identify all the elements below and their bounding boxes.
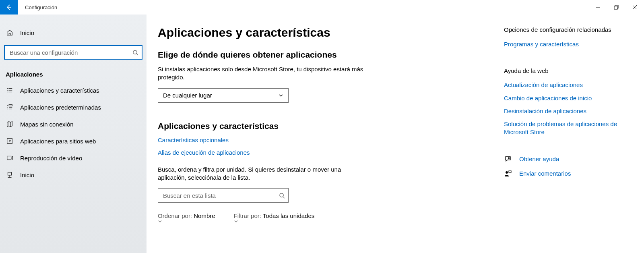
sidebar-item-label: Aplicaciones para sitios web xyxy=(20,138,96,145)
svg-rect-15 xyxy=(9,105,12,106)
sidebar-item-label: Mapas sin conexión xyxy=(20,121,74,128)
list-search[interactable] xyxy=(158,188,289,203)
sidebar-item-apps-for-websites[interactable]: Aplicaciones para sitios web xyxy=(0,133,147,149)
execution-alias-link[interactable]: Alias de ejecución de aplicaciones xyxy=(158,149,496,156)
svg-line-5 xyxy=(136,54,138,55)
sidebar-item-label: Aplicaciones y características xyxy=(20,87,99,94)
svg-point-25 xyxy=(508,157,510,159)
sort-dropdown[interactable]: Ordenar por: Nombre xyxy=(158,212,218,224)
sidebar-item-offline-maps[interactable]: Mapas sin conexión xyxy=(0,116,147,133)
web-help-link[interactable]: Solución de problemas de aplicaciones de… xyxy=(504,120,625,137)
titlebar: Configuración xyxy=(0,0,644,15)
programs-features-link[interactable]: Programas y características xyxy=(504,40,625,48)
get-help-label: Obtener ayuda xyxy=(519,156,559,162)
search-icon xyxy=(132,50,138,56)
feedback-link[interactable]: Enviar comentarios xyxy=(504,170,625,178)
app-source-select[interactable]: De cualquier lugar xyxy=(158,88,289,103)
sidebar-item-label: Reproducción de vídeo xyxy=(20,155,82,162)
filter-label: Filtrar por: xyxy=(234,212,261,219)
home-icon xyxy=(6,29,14,37)
sidebar-home[interactable]: Inicio xyxy=(0,24,147,41)
arrow-left-icon xyxy=(6,4,12,10)
close-button[interactable] xyxy=(625,0,644,15)
open-in-icon xyxy=(6,137,14,145)
feedback-label: Enviar comentarios xyxy=(519,170,571,177)
svg-rect-20 xyxy=(8,172,12,175)
sidebar-item-label: Inicio xyxy=(20,172,34,178)
maximize-icon xyxy=(614,5,619,10)
web-help-group: Ayuda de la web Actualización de aplicac… xyxy=(504,67,625,137)
back-button[interactable] xyxy=(0,0,18,15)
filter-value: Todas las unidades xyxy=(263,212,314,219)
titlebar-left: Configuración xyxy=(0,0,57,15)
svg-rect-27 xyxy=(509,171,511,172)
svg-point-4 xyxy=(133,50,137,54)
main-right: Opciones de configuración relacionadas P… xyxy=(496,26,625,253)
chevron-down-icon xyxy=(158,219,218,224)
sort-value: Nombre xyxy=(194,212,215,219)
search-input[interactable] xyxy=(5,46,142,59)
web-help-link[interactable]: Desinstalación de aplicaciones xyxy=(504,107,625,115)
window-controls xyxy=(588,0,644,15)
svg-rect-1 xyxy=(614,6,617,9)
search-body: Busca, ordena y filtra por unidad. Si qu… xyxy=(158,166,367,182)
sidebar-home-label: Inicio xyxy=(20,29,34,36)
map-icon xyxy=(6,120,14,128)
sidebar-item-apps-features[interactable]: Aplicaciones y características xyxy=(0,82,147,99)
sidebar-item-label: Aplicaciones predeterminadas xyxy=(20,104,101,111)
svg-rect-19 xyxy=(7,156,11,160)
source-heading: Elige de dónde quieres obtener aplicacio… xyxy=(158,50,496,60)
sort-label: Ordenar por: xyxy=(158,212,192,219)
main-left: Aplicaciones y características Elige de … xyxy=(158,26,496,253)
related-heading: Opciones de configuración relacionadas xyxy=(504,26,625,34)
support-group: Obtener ayuda Enviar comentarios xyxy=(504,155,625,178)
web-help-link[interactable]: Actualización de aplicaciones xyxy=(504,81,625,89)
related-group: Opciones de configuración relacionadas P… xyxy=(504,26,625,48)
svg-line-24 xyxy=(283,197,285,198)
window-title: Configuración xyxy=(18,4,57,10)
list-search-input[interactable] xyxy=(158,192,288,199)
get-help-link[interactable]: Obtener ayuda xyxy=(504,155,625,163)
sidebar-search[interactable] xyxy=(4,45,142,60)
sidebar-item-video-playback[interactable]: Reproducción de vídeo xyxy=(0,149,147,166)
app-source-value: De cualquier lugar xyxy=(163,92,212,99)
main: Aplicaciones y características Elige de … xyxy=(147,15,644,253)
content: Inicio Aplicaciones Aplicaciones y carac… xyxy=(0,15,644,253)
chevron-down-icon xyxy=(279,93,283,98)
chat-help-icon xyxy=(504,155,512,163)
list-icon xyxy=(6,86,14,94)
filter-dropdown[interactable]: Filtrar por: Todas las unidades xyxy=(234,212,317,224)
optional-features-link[interactable]: Características opcionales xyxy=(158,137,496,143)
defaults-icon xyxy=(6,103,14,111)
page-title: Aplicaciones y características xyxy=(158,26,496,39)
source-body: Si instalas aplicaciones solo desde Micr… xyxy=(158,65,375,82)
apps-heading: Aplicaciones y características xyxy=(158,121,496,131)
close-icon xyxy=(632,5,637,10)
chevron-down-icon xyxy=(234,219,317,224)
svg-point-23 xyxy=(280,193,283,197)
minimize-icon xyxy=(595,5,600,10)
startup-icon xyxy=(6,171,14,179)
minimize-button[interactable] xyxy=(588,0,607,15)
sidebar-search-wrap xyxy=(0,41,147,64)
sort-filter-row: Ordenar por: Nombre Filtrar por: Todas l… xyxy=(158,212,496,224)
sidebar-item-startup[interactable]: Inicio xyxy=(0,166,147,183)
maximize-button[interactable] xyxy=(607,0,625,15)
web-help-link[interactable]: Cambio de aplicaciones de inicio xyxy=(504,94,625,102)
svg-point-26 xyxy=(506,171,508,174)
sidebar: Inicio Aplicaciones Aplicaciones y carac… xyxy=(0,15,147,253)
search-icon xyxy=(279,193,285,199)
video-icon xyxy=(6,154,14,162)
sidebar-section-label: Aplicaciones xyxy=(0,64,147,82)
person-feedback-icon xyxy=(504,170,512,178)
web-help-heading: Ayuda de la web xyxy=(504,67,625,75)
sidebar-item-default-apps[interactable]: Aplicaciones predeterminadas xyxy=(0,99,147,116)
